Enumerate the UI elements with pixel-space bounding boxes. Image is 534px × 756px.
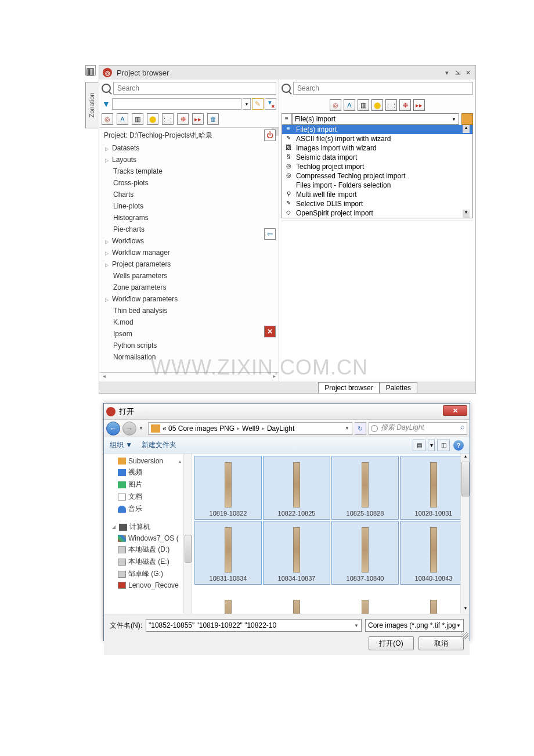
- file-thumbnail[interactable]: 10840-10843: [400, 521, 467, 585]
- tree-item[interactable]: Datasets: [99, 142, 279, 154]
- log-view-icon[interactable]: ▥: [132, 113, 143, 125]
- file-thumbnail[interactable]: 10831-10834: [194, 521, 262, 585]
- view-dropdown-button[interactable]: ▾: [428, 440, 435, 451]
- close-import-button[interactable]: ✕: [264, 326, 276, 337]
- tree-item[interactable]: Normalisation: [99, 351, 279, 363]
- filter-icon[interactable]: ▼: [102, 99, 111, 109]
- file-thumbnail[interactable]: [400, 586, 467, 614]
- python-icon[interactable]: ⬤: [371, 99, 383, 111]
- filter-edit-button[interactable]: ✎: [252, 98, 264, 110]
- nav-forward-button[interactable]: →: [122, 422, 136, 435]
- filename-input[interactable]: "10852-10855" "10819-10822" "10822-10▼: [146, 619, 362, 632]
- panel-menu-button[interactable]: ▾: [443, 69, 451, 77]
- refresh-button[interactable]: ↻: [355, 422, 366, 435]
- tree-item[interactable]: Tracks template: [99, 165, 279, 177]
- nav-history-dropdown[interactable]: ▼: [139, 426, 146, 431]
- tree-item[interactable]: Wells parameters: [99, 270, 279, 282]
- project-root[interactable]: Project: D:\Techlog-Projects\扎哈泉: [99, 129, 279, 142]
- tree-scroll-right[interactable]: ▸: [269, 373, 279, 381]
- panel-pin-button[interactable]: ⇲: [453, 69, 461, 77]
- delete-button[interactable]: 🗑: [207, 113, 219, 125]
- tree-item[interactable]: Pie-charts: [99, 224, 279, 235]
- folder-tree[interactable]: Subversion▴ 视频 图片 文档 音乐 ◢计算机 Windows7_OS…: [104, 453, 192, 614]
- tree-item[interactable]: Workflows: [99, 235, 279, 247]
- menu-scroll-up[interactable]: ▴: [463, 125, 470, 133]
- help-button[interactable]: ?: [453, 440, 464, 451]
- file-thumbnail[interactable]: 10822-10825: [263, 456, 330, 520]
- file-type-filter[interactable]: Core images (*.png *.tif *.jpg▼: [365, 619, 464, 632]
- import-menu-item[interactable]: ✎Selective DLIS import: [282, 199, 472, 208]
- file-thumbnail[interactable]: [331, 586, 399, 614]
- tree-scroll-left[interactable]: ◂: [99, 373, 109, 381]
- preview-pane-button[interactable]: ◫: [437, 440, 450, 451]
- file-thumbnail[interactable]: 10828-10831: [400, 456, 467, 520]
- tree-item[interactable]: Project parameters: [99, 258, 279, 270]
- techlog-icon[interactable]: ◎: [330, 99, 341, 111]
- techlog-icon[interactable]: ◎: [102, 113, 113, 125]
- menu-scroll-down[interactable]: ▾: [463, 210, 470, 218]
- filter-dropdown-button[interactable]: ▾: [243, 98, 251, 110]
- import-menu-item[interactable]: 🖼Images import with wizard: [282, 143, 472, 153]
- tree-scrollbar[interactable]: [183, 453, 192, 614]
- tree-item[interactable]: Workflow parameters: [99, 293, 279, 305]
- import-menu-item[interactable]: ≡File(s) import: [282, 125, 472, 134]
- tree-item[interactable]: Cross-plots: [99, 177, 279, 189]
- filter-input[interactable]: [112, 98, 241, 110]
- import-menu-item[interactable]: ✎ASCII file(s) import with wizard: [282, 134, 472, 143]
- tree-item[interactable]: Python scripts: [99, 340, 279, 351]
- power-icon[interactable]: ⏻: [264, 129, 276, 141]
- crossplot-icon[interactable]: ⋮⋮: [162, 113, 174, 125]
- file-thumbnail[interactable]: 10825-10828: [331, 456, 399, 520]
- core-icon[interactable]: ❉: [177, 113, 189, 125]
- view-mode-button[interactable]: ▤: [413, 440, 425, 451]
- project-tree[interactable]: ▴ Project: D:\Techlog-Projects\扎哈泉 Datas…: [99, 128, 279, 372]
- file-thumbnail[interactable]: 10819-10822: [194, 456, 262, 520]
- import-menu-item[interactable]: ◇OpenSpirit project import: [282, 208, 472, 218]
- import-type-select[interactable]: File(s) import ▼: [292, 113, 459, 125]
- file-thumbnail[interactable]: [263, 586, 330, 614]
- new-folder-button[interactable]: 新建文件夹: [142, 440, 176, 450]
- file-list[interactable]: 10819-1082210822-1082510825-1082810828-1…: [192, 453, 470, 614]
- tree-item[interactable]: K.mod: [99, 316, 279, 328]
- file-thumbnail[interactable]: 10837-10840: [331, 521, 399, 585]
- panel-close-button[interactable]: ✕: [464, 69, 472, 77]
- zonation-tab[interactable]: Zonation: [85, 82, 98, 128]
- dialog-close-button[interactable]: ✕: [443, 405, 467, 416]
- dock-toggle-button[interactable]: ▥: [85, 65, 96, 75]
- import-menu-item[interactable]: Files import - Folders selection: [282, 181, 472, 190]
- well-icon[interactable]: A: [344, 99, 355, 111]
- folder-search-input[interactable]: 搜索 DayLight⌕: [369, 422, 467, 435]
- tree-item[interactable]: Thin bed analysis: [99, 305, 279, 316]
- address-breadcrumb[interactable]: « 05 Core images PNG▸ Well9▸ DayLight ▼: [148, 422, 352, 435]
- tree-item[interactable]: Charts: [99, 189, 279, 200]
- project-search-input[interactable]: [113, 82, 276, 95]
- file-scrollbar[interactable]: ▴ ▾: [460, 453, 470, 614]
- python-icon[interactable]: ⬤: [147, 113, 158, 125]
- tree-item[interactable]: Zone parameters: [99, 282, 279, 293]
- resize-grip[interactable]: [461, 632, 468, 639]
- project-browser-tab[interactable]: Project browser: [318, 382, 379, 393]
- log-view-icon[interactable]: ▥: [358, 99, 369, 111]
- palettes-tab[interactable]: Palettes: [380, 382, 417, 393]
- tree-item[interactable]: Line-plots: [99, 200, 279, 212]
- import-search-input[interactable]: [293, 82, 473, 95]
- back-arrow-icon[interactable]: ⇦: [264, 228, 276, 240]
- file-thumbnail[interactable]: [194, 586, 262, 614]
- organize-menu[interactable]: 组织 ▼: [110, 440, 132, 450]
- open-button[interactable]: 打开(O): [369, 636, 414, 650]
- crossplot-icon[interactable]: ⋮⋮: [385, 99, 397, 111]
- import-menu-item[interactable]: ⚲Multi well file import: [282, 190, 472, 199]
- file-thumbnail[interactable]: 10834-10837: [263, 521, 330, 585]
- expand-icon[interactable]: ▸▸: [192, 113, 204, 125]
- expand-icon[interactable]: ▸▸: [413, 99, 425, 111]
- import-menu-item[interactable]: ◎Techlog project import: [282, 162, 472, 171]
- browse-folder-button[interactable]: [461, 113, 473, 125]
- filter-clear-button[interactable]: [265, 98, 276, 110]
- tree-item[interactable]: Layouts: [99, 154, 279, 165]
- import-menu-item[interactable]: §Seismic data import: [282, 153, 472, 162]
- import-menu-item[interactable]: ◎Compressed Techlog project import: [282, 171, 472, 181]
- well-icon[interactable]: A: [117, 113, 128, 125]
- core-icon[interactable]: ❉: [399, 99, 411, 111]
- tree-item[interactable]: Histograms: [99, 212, 279, 224]
- tree-item[interactable]: Workflow manager: [99, 247, 279, 258]
